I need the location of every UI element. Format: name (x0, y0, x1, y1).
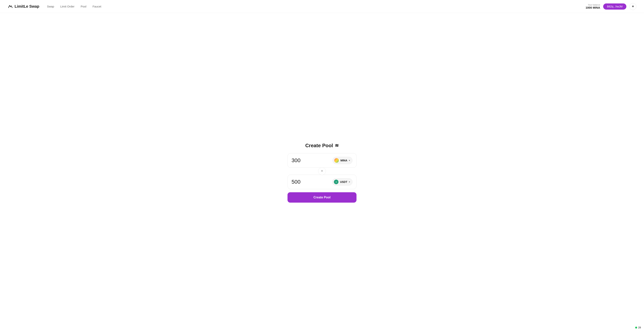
status-container: 28 (635, 326, 641, 329)
token-b-amount-input[interactable] (292, 179, 322, 185)
theme-toggle-button[interactable]: ☀ (630, 3, 636, 10)
token-a-chevron-icon: ▾ (349, 159, 350, 162)
nav-links: Swap Limit Order Pool Faucet (47, 5, 102, 8)
waves-icon: ≋ (335, 143, 339, 148)
status-dot (635, 327, 637, 328)
token-a-input-card: MINA ▾ (288, 153, 356, 168)
theme-icon: ☀ (632, 4, 634, 8)
inputs-wrapper: MINA ▾ + ₮ USDT (288, 153, 356, 189)
logo-icon (8, 4, 13, 9)
create-pool-button[interactable]: Create Pool (288, 192, 356, 202)
mina-token-icon (334, 158, 339, 163)
token-a-amount-input[interactable] (292, 157, 322, 164)
token-b-chevron-icon: ▾ (349, 180, 350, 183)
balance-amount: 1000 MINA (586, 6, 600, 9)
logo[interactable]: LimitLe Swap (8, 4, 39, 9)
navbar-left: LimitLe Swap Swap Limit Order Pool Fauce… (8, 4, 102, 9)
token-b-input-card: ₮ USDT ▾ (288, 175, 356, 189)
usdt-token-icon: ₮ (334, 180, 338, 184)
plus-divider[interactable]: + (318, 167, 326, 175)
wallet-button[interactable]: B62q...hwJM (603, 4, 626, 10)
nav-swap[interactable]: Swap (47, 5, 54, 8)
token-b-selector[interactable]: ₮ USDT ▾ (332, 178, 352, 186)
nav-pool[interactable]: Pool (81, 5, 86, 8)
block-number: 28 (638, 326, 641, 329)
navbar: LimitLe Swap Swap Limit Order Pool Fauce… (0, 0, 644, 13)
balance-info: Your balance 1000 MINA (586, 4, 600, 9)
token-b-name: USDT (340, 180, 347, 184)
token-a-selector[interactable]: MINA ▾ (332, 157, 352, 164)
page-title: Create Pool ≋ (305, 142, 339, 148)
logo-text: LimitLe Swap (14, 4, 39, 9)
nav-limit-order[interactable]: Limit Order (60, 5, 74, 8)
page-title-text: Create Pool (305, 142, 333, 148)
create-pool-container: Create Pool ≋ MINA ▾ + (288, 142, 356, 202)
balance-label: Your balance (586, 4, 600, 6)
token-a-name: MINA (340, 159, 347, 162)
nav-faucet[interactable]: Faucet (92, 5, 102, 8)
main-content: Create Pool ≋ MINA ▾ + (0, 13, 644, 332)
plus-symbol: + (321, 169, 323, 173)
navbar-right: Your balance 1000 MINA B62q...hwJM ☀ (586, 3, 636, 10)
